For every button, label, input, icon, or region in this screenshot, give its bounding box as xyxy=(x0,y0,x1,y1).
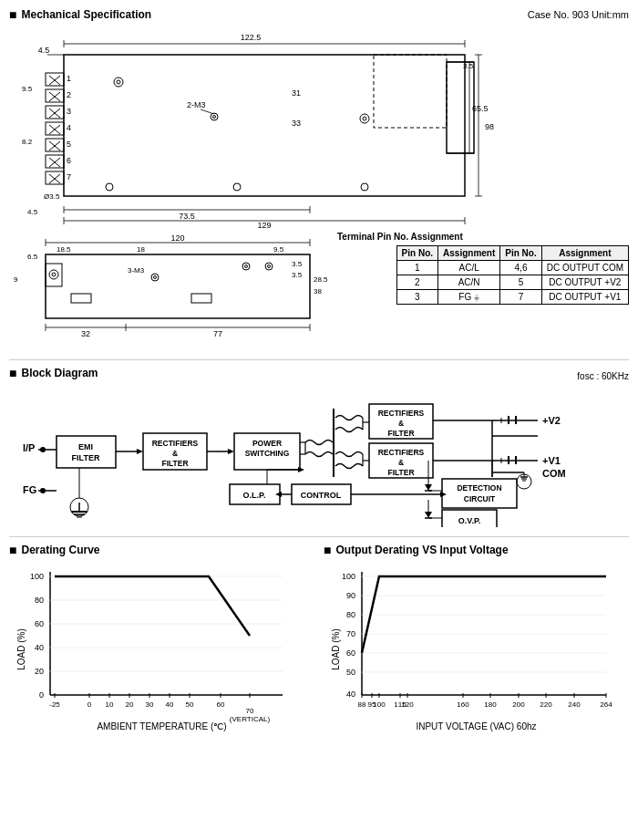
svg-text:4.5: 4.5 xyxy=(38,46,50,55)
svg-text:LOAD (%): LOAD (%) xyxy=(331,628,341,670)
svg-text:0: 0 xyxy=(87,700,92,709)
svg-text:O.L.P.: O.L.P. xyxy=(243,491,266,500)
svg-rect-8 xyxy=(46,89,64,102)
side-view-drawing: 3-M3 120 6.5 9 18.5 18 xyxy=(9,232,328,350)
svg-point-36 xyxy=(363,117,366,120)
svg-text:32: 32 xyxy=(81,329,90,338)
terminal-table-body: 1 AC/L 4,6 DC OUTPUT COM 2 AC/N 5 DC OUT… xyxy=(396,261,628,305)
svg-text:9.5: 9.5 xyxy=(273,245,284,254)
table-row: 1 AC/L 4,6 DC OUTPUT COM xyxy=(396,261,628,275)
svg-marker-183 xyxy=(425,484,432,491)
svg-text:1: 1 xyxy=(67,74,71,83)
derating-curve: Derating Curve LOAD (%) 100 80 xyxy=(9,543,314,727)
svg-text:&: & xyxy=(172,449,178,458)
svg-text:FG: FG xyxy=(23,484,36,495)
svg-text:9.5: 9.5 xyxy=(22,85,33,93)
terminal-table-container: Terminal Pin No. Assignment Pin No. Assi… xyxy=(337,232,629,305)
svg-point-41 xyxy=(106,183,113,191)
svg-point-78 xyxy=(154,276,157,279)
top-view-drawing: 1 2 3 4 5 6 7 2-M3 xyxy=(9,27,629,228)
cell: 4,6 xyxy=(500,261,541,275)
svg-rect-75 xyxy=(71,294,91,303)
svg-text:&: & xyxy=(398,419,404,428)
derating-section: Derating Curve LOAD (%) 100 80 xyxy=(9,536,629,727)
fosc-label: fosc : 60KHz xyxy=(577,371,629,381)
svg-text:70: 70 xyxy=(246,707,254,715)
svg-text:240: 240 xyxy=(568,700,581,709)
case-info: Case No. 903 Unit:mm xyxy=(528,9,629,20)
svg-rect-76 xyxy=(191,294,211,303)
svg-text:180: 180 xyxy=(484,700,497,709)
svg-text:6: 6 xyxy=(67,156,71,165)
mechanical-header: Mechanical Specification xyxy=(9,7,151,22)
svg-text:5: 5 xyxy=(67,140,71,149)
svg-text:40: 40 xyxy=(166,700,174,709)
svg-point-80 xyxy=(242,263,250,270)
cell: DC OUTPUT +V1 xyxy=(541,290,628,305)
svg-marker-126 xyxy=(228,449,234,454)
svg-point-106 xyxy=(40,447,46,452)
svg-text:264: 264 xyxy=(600,700,612,709)
svg-text:4: 4 xyxy=(67,123,71,132)
svg-text:120: 120 xyxy=(401,700,414,709)
svg-text:RECTIFIERS: RECTIFIERS xyxy=(378,448,425,457)
svg-text:2: 2 xyxy=(67,90,71,99)
svg-point-33 xyxy=(114,78,123,87)
svg-text:100: 100 xyxy=(30,572,44,581)
svg-text:88: 88 xyxy=(358,700,366,709)
svg-point-73 xyxy=(49,270,58,279)
svg-text:160: 160 xyxy=(457,700,469,709)
svg-text:FILTER: FILTER xyxy=(72,453,100,462)
svg-text:90: 90 xyxy=(346,591,355,600)
svg-text:FILTER: FILTER xyxy=(387,429,414,438)
svg-rect-115 xyxy=(57,436,116,468)
svg-text:I/P: I/P xyxy=(23,442,35,453)
svg-rect-1 xyxy=(374,55,447,128)
svg-text:+V2: +V2 xyxy=(542,415,561,426)
svg-text:50: 50 xyxy=(346,668,355,677)
svg-text:65.5: 65.5 xyxy=(472,104,489,113)
svg-text:+V1: +V1 xyxy=(542,455,561,466)
svg-text:33: 33 xyxy=(292,119,301,128)
derating-chart: LOAD (%) 100 80 60 40 xyxy=(9,563,314,727)
svg-text:8.2: 8.2 xyxy=(22,138,33,146)
svg-text:60: 60 xyxy=(217,700,225,709)
svg-text:98: 98 xyxy=(485,122,494,131)
svg-rect-23 xyxy=(46,171,64,184)
svg-text:CONTROL: CONTROL xyxy=(301,491,342,500)
cell: 3 xyxy=(396,290,437,305)
svg-rect-14 xyxy=(46,122,64,135)
svg-point-83 xyxy=(268,265,271,268)
svg-point-43 xyxy=(361,183,368,191)
svg-rect-2 xyxy=(447,62,474,153)
terminal-table: Pin No. Assignment Pin No. Assignment 1 … xyxy=(396,245,629,305)
svg-point-82 xyxy=(265,263,273,270)
output-derating-chart: LOAD (%) 100 90 80 70 xyxy=(324,563,629,727)
svg-text:(VERTICAL): (VERTICAL) xyxy=(230,715,271,723)
svg-point-39 xyxy=(211,113,218,120)
svg-text:70: 70 xyxy=(346,629,355,638)
svg-text:LOAD (%): LOAD (%) xyxy=(16,628,26,670)
svg-point-35 xyxy=(360,114,369,123)
cell: AC/L xyxy=(438,261,500,275)
block-diagram-svg: I/P FG EMI FILTER RECTIF xyxy=(9,386,629,527)
svg-marker-120 xyxy=(137,449,143,454)
svg-marker-192 xyxy=(298,467,304,472)
svg-text:122.5: 122.5 xyxy=(241,33,262,42)
derating-title: Derating Curve xyxy=(9,543,314,557)
svg-text:7: 7 xyxy=(67,172,71,181)
svg-marker-186 xyxy=(425,512,432,518)
col-header-pin2: Pin No. xyxy=(500,246,541,261)
svg-text:3.5: 3.5 xyxy=(292,260,303,268)
svg-rect-20 xyxy=(46,155,64,168)
svg-text:3.5: 3.5 xyxy=(292,271,303,279)
svg-text:80: 80 xyxy=(346,610,355,619)
terminal-table-title: Terminal Pin No. Assignment xyxy=(337,232,629,242)
table-row: 3 FG ⏚ 7 DC OUTPUT +V1 xyxy=(396,290,628,305)
svg-text:3: 3 xyxy=(67,107,71,116)
svg-marker-179 xyxy=(440,492,447,497)
svg-text:6.5: 6.5 xyxy=(27,253,38,261)
svg-point-40 xyxy=(213,116,216,119)
svg-rect-71 xyxy=(46,254,310,318)
svg-text:SWITCHING: SWITCHING xyxy=(245,449,290,458)
